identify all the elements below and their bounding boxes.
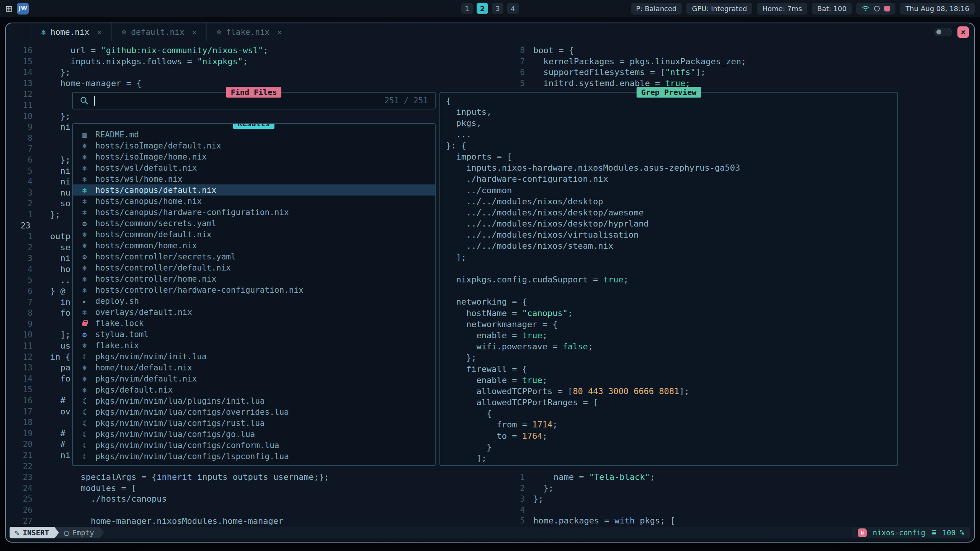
code-text: ni (33, 253, 70, 264)
code-text: supportedFilesystems = ["ntfs"]; (525, 67, 706, 78)
file-result[interactable]: ❄hosts/controller/home.nix (73, 273, 435, 284)
wifi-icon[interactable] (862, 5, 869, 11)
nix-icon: ❄ (80, 230, 90, 239)
line-number: 4 (503, 505, 525, 516)
file-result[interactable]: ☾pkgs/nvim/nvim/init.lua (73, 351, 435, 362)
nix-icon: ❄ (80, 186, 90, 194)
file-result[interactable]: ❄hosts/canopus/hardware-configuration.ni… (73, 207, 435, 218)
grep-preview-panel[interactable]: Grep Preview { inputs, pkgs, ...}: { imp… (439, 92, 898, 466)
line-number: 12 (6, 352, 33, 363)
code-line: 4 (503, 505, 974, 516)
grep-line: to = 1764; (446, 430, 892, 442)
tab-close-icon[interactable]: × (97, 28, 101, 37)
file-result[interactable]: ❄hosts/canopus/default.nix (73, 184, 435, 196)
grep-line: }: { (446, 140, 892, 151)
code-text (33, 417, 50, 428)
line-number: 14 (6, 373, 33, 385)
grep-line: allowedTCPPorts = [80 443 3000 6666 8081… (446, 386, 892, 397)
idle-inhibitor-icon[interactable] (874, 6, 880, 11)
line-number: 3 (6, 187, 33, 199)
code-text (33, 89, 50, 100)
tab-close-icon[interactable]: × (277, 28, 282, 37)
workspace-button-2[interactable]: 2 (477, 3, 488, 14)
code-text: ni (33, 166, 70, 177)
file-result[interactable]: ❄pkgs/default.nix (73, 384, 435, 395)
line-number: 18 (6, 417, 33, 428)
file-result[interactable]: ⚙hosts/common/secrets.yaml (73, 218, 435, 229)
tab-close-icon[interactable]: × (192, 28, 196, 37)
file-result[interactable]: ❄hosts/controller/hardware-configuration… (73, 284, 435, 295)
file-result[interactable]: ☾pkgs/nvim/nvim/lua/plugins/init.lua (73, 395, 435, 406)
file-result[interactable]: ☾pkgs/nvim/nvim/lua/configs/overrides.lu… (73, 406, 435, 417)
file-result[interactable]: ❄hosts/canopus/home.nix (73, 196, 435, 207)
finder-search-box[interactable]: Find Files 251 / 251 (72, 92, 436, 109)
line-number: 15 (6, 384, 33, 395)
grep-line (446, 263, 892, 274)
distro-logo[interactable]: JW (17, 3, 29, 15)
nix-icon: ❄ (80, 142, 90, 150)
status-chip[interactable]: Bat: 100 (812, 3, 852, 15)
code-text (33, 319, 50, 330)
screen-recorder-icon[interactable] (884, 6, 890, 11)
line-number: 10 (6, 111, 33, 122)
workspace-button-4[interactable]: 4 (507, 3, 519, 14)
file-result[interactable]: ❄hosts/controller/default.nix (73, 262, 435, 273)
editor-right-pane-bottom[interactable]: 1 name = "Tela-black";2 };3};45home.pack… (503, 472, 974, 527)
code-text: us (33, 341, 70, 352)
file-result[interactable]: ❄pkgs/nvim/default.nix (73, 373, 435, 384)
nix-icon: ❄ (80, 375, 90, 383)
window-toggle[interactable] (934, 28, 952, 36)
status-chip[interactable]: GPU: Integrated (686, 3, 752, 15)
workspace-button-3[interactable]: 3 (492, 3, 503, 14)
file-path: hosts/canopus/home.nix (95, 197, 202, 206)
lua-icon: ☾ (80, 352, 90, 361)
file-result[interactable]: ❄hosts/wsl/default.nix (73, 162, 435, 173)
code-line: 23 specialArgs = {inherit inputs outputs… (6, 472, 503, 483)
file-path: pkgs/nvim/default.nix (95, 374, 197, 383)
window-close-button[interactable]: × (957, 26, 969, 38)
nix-icon: ❄ (41, 28, 46, 37)
line-number: 9 (6, 122, 33, 133)
code-text (33, 220, 50, 231)
file-result[interactable]: ▦README.md (73, 129, 435, 140)
file-result[interactable]: ☾pkgs/nvim/nvim/lua/configs/lspconfig.lu… (73, 451, 435, 462)
file-result[interactable]: ❄hosts/common/default.nix (73, 229, 435, 240)
file-result[interactable]: ❄hosts/isoImage/home.nix (73, 151, 435, 162)
app-launcher-icon[interactable]: ⊞ (5, 4, 12, 13)
code-text: ho (33, 264, 70, 275)
file-result[interactable]: ❄hosts/common/home.nix (73, 240, 435, 251)
code-text: # (33, 395, 65, 406)
code-text: home-manager = { (33, 78, 141, 89)
grep-line: enable = true; (446, 375, 892, 386)
status-chip[interactable]: Home: 7ms (757, 3, 807, 15)
file-result[interactable]: ❄flake.nix (73, 340, 435, 351)
tab-flake.nix[interactable]: ❄flake.nix× (207, 23, 292, 41)
clock[interactable]: Thu Aug 08, 18:16 (900, 3, 975, 15)
file-result[interactable]: ❄overlays/default.nix (73, 306, 435, 318)
nix-icon: ❄ (217, 28, 221, 37)
file-result[interactable]: ⚙stylua.toml (73, 329, 435, 340)
nix-icon: ❄ (80, 241, 90, 250)
file-result[interactable]: ⚙hosts/controller/secrets.yaml (73, 251, 435, 262)
line-number: 12 (6, 89, 33, 100)
file-result[interactable]: ☾pkgs/nvim/nvim/lua/configs/go.lua (73, 429, 435, 440)
line-number: 2 (503, 483, 525, 494)
code-text: name = "Tela-black"; (525, 472, 655, 483)
file-result[interactable]: ❄hosts/isoImage/default.nix (73, 140, 435, 151)
file-path: stylua.toml (95, 330, 149, 339)
file-result[interactable]: ❄hosts/wsl/home.nix (73, 173, 435, 184)
grep-line: enable = true; (446, 330, 892, 341)
file-result[interactable]: ☾pkgs/nvim/nvim/lua/configs/conform.lua (73, 440, 435, 451)
grep-line: ../common (446, 185, 892, 196)
line-number: 11 (6, 341, 33, 352)
workspace-button-1[interactable]: 1 (461, 3, 473, 14)
file-path: overlays/default.nix (95, 308, 192, 317)
editor-right-pane-top[interactable]: 8boot = {7 kernelPackages = pkgs.linuxPa… (503, 45, 974, 89)
tab-default.nix[interactable]: ❄default.nix× (112, 23, 207, 41)
file-result[interactable]: ☾pkgs/nvim/nvim/lua/configs/rust.lua (73, 417, 435, 429)
status-chip[interactable]: P: Balanced (631, 3, 682, 15)
file-result[interactable]: ❄home/tux/default.nix (73, 362, 435, 373)
tab-home.nix[interactable]: ❄home.nix× (31, 23, 112, 41)
file-result[interactable]: ▸deploy.sh (73, 295, 435, 306)
file-result[interactable]: flake.lock (73, 318, 435, 329)
